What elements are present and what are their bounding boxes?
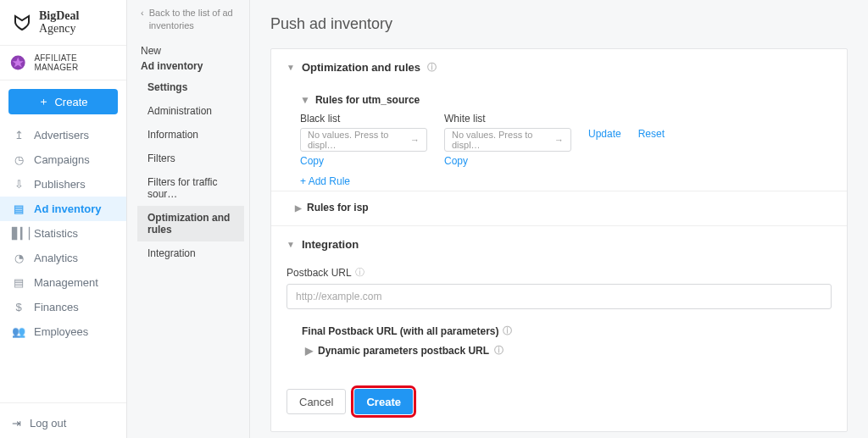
subnav-settings[interactable]: Settings (137, 75, 244, 99)
create-button-label: Create (54, 96, 87, 108)
upload-icon: ↥ (12, 129, 25, 141)
info-icon: ⓘ (427, 61, 437, 74)
blacklist-dropdown[interactable]: No values. Press to displ… → (300, 128, 427, 152)
brand-logo: BigDealAgency (0, 0, 126, 46)
subnav-integration[interactable]: Integration (137, 241, 244, 265)
chevron-right-icon: ▶ (295, 203, 302, 213)
chevron-down-icon: ▼ (287, 63, 295, 72)
arrow-right-icon: → (554, 135, 564, 145)
section-optimization: ▼ Optimization and rules ⓘ (271, 49, 847, 86)
brand-line1: BigDeal (39, 9, 79, 22)
subnav-filters[interactable]: Filters (137, 147, 244, 170)
nav-list: ↥Advertisers ◷Campaigns ⇩Publishers ▤Ad … (0, 123, 126, 397)
dynamic-params-label: Dynamic parameters postback URL (318, 345, 489, 357)
update-link[interactable]: Update (588, 128, 621, 140)
subnav-information[interactable]: Information (137, 123, 244, 147)
dynamic-params-row[interactable]: ▶ Dynamic parameters postback URL ⓘ (305, 344, 832, 357)
employees-icon: 👥 (12, 325, 25, 338)
nav-item-campaigns[interactable]: ◷Campaigns (0, 147, 126, 172)
nav-item-finances[interactable]: $Finances (0, 295, 126, 319)
section-integration: ▼ Integration (271, 226, 847, 254)
add-rule-link[interactable]: + Add Rule (300, 175, 350, 187)
primary-nav: BigDealAgency AFFILIATE MANAGER ＋ Create… (0, 0, 127, 438)
role-avatar-icon (8, 53, 27, 73)
blacklist-placeholder: No values. Press to displ… (308, 130, 410, 150)
add-rule-label: + Add Rule (300, 175, 350, 187)
role-row: AFFILIATE MANAGER (0, 46, 126, 80)
nav-item-management[interactable]: ▤Management (0, 270, 126, 295)
create-submit-button[interactable]: Create (354, 389, 412, 414)
subnav-root: Ad inventory (141, 60, 244, 72)
whitelist-label: White list (444, 113, 571, 125)
section-optimization-title: Optimization and rules (302, 61, 420, 74)
logout-icon: ⇥ (12, 417, 21, 430)
chevron-left-icon: ‹ (141, 7, 144, 33)
rules-utm-source: ▼ Rules for utm_source Black list No val… (271, 86, 847, 191)
role-label: AFFILIATE MANAGER (34, 53, 118, 72)
create-button[interactable]: ＋ Create (8, 89, 118, 114)
back-label: Back to the list of ad inventories (149, 7, 244, 33)
info-icon: ⓘ (355, 266, 364, 279)
whitelist-placeholder: No values. Press to displ… (452, 130, 554, 150)
stats-icon: ▋▎▏ (12, 227, 25, 240)
logout-label: Log out (30, 417, 66, 430)
nav-item-publishers[interactable]: ⇩Publishers (0, 172, 126, 197)
analytics-icon: ◔ (12, 252, 25, 264)
rules-utm-title: Rules for utm_source (315, 94, 420, 106)
nav-item-employees[interactable]: 👥Employees (0, 319, 126, 344)
nav-item-ad-inventory[interactable]: ▤Ad inventory (0, 197, 126, 221)
nav-item-analytics[interactable]: ◔Analytics (0, 246, 126, 270)
whitelist-copy-link[interactable]: Copy (444, 155, 468, 167)
postback-url-input[interactable] (287, 284, 832, 309)
campaign-icon: ◷ (12, 153, 25, 166)
management-icon: ▤ (12, 276, 25, 289)
rules-isp-row[interactable]: ▶ Rules for isp (271, 191, 847, 226)
info-icon: ⓘ (503, 324, 512, 337)
subnav-new: New (141, 45, 244, 57)
cancel-button[interactable]: Cancel (287, 389, 346, 414)
whitelist-dropdown[interactable]: No values. Press to displ… → (444, 128, 571, 152)
brand-line2: Agency (39, 22, 76, 35)
info-icon: ⓘ (494, 344, 504, 357)
form-card: ▼ Optimization and rules ⓘ ▼ Rules for u… (270, 48, 848, 432)
nav-item-advertisers[interactable]: ↥Advertisers (0, 123, 126, 147)
arrow-right-icon: → (410, 135, 420, 145)
finances-icon: $ (12, 301, 25, 313)
logout-link[interactable]: ⇥ Log out (0, 408, 126, 438)
inventory-icon: ▤ (12, 202, 25, 215)
integration-body: Postback URL ⓘ Final Postback URL (with … (271, 254, 847, 372)
chevron-down-icon: ▼ (287, 240, 295, 249)
logo-icon (12, 13, 32, 33)
reset-link[interactable]: Reset (638, 128, 665, 140)
chevron-right-icon: ▶ (305, 345, 313, 357)
section-integration-title: Integration (302, 238, 359, 251)
postback-url-label: Postback URL (287, 267, 352, 279)
subnav: ‹ Back to the list of ad inventories New… (127, 0, 250, 438)
subnav-optimization[interactable]: Optimization and rules (137, 206, 244, 241)
subnav-administration[interactable]: Administration (137, 99, 244, 123)
nav-item-statistics[interactable]: ▋▎▏Statistics (0, 221, 126, 246)
chevron-down-icon: ▼ (300, 94, 310, 106)
final-postback-label: Final Postback URL (with all parameters) (302, 325, 499, 337)
form-footer: Cancel Create (271, 372, 847, 431)
subnav-filters-traffic[interactable]: Filters for traffic sour… (137, 170, 244, 206)
blacklist-label: Black list (300, 113, 427, 125)
download-icon: ⇩ (12, 178, 25, 191)
rules-isp-label: Rules for isp (307, 202, 369, 213)
plus-icon: ＋ (38, 94, 49, 109)
back-link[interactable]: ‹ Back to the list of ad inventories (141, 7, 244, 33)
blacklist-copy-link[interactable]: Copy (300, 155, 324, 167)
main-column: Push ad inventory ▼ Optimization and rul… (250, 0, 868, 438)
page-title: Push ad inventory (250, 0, 868, 48)
